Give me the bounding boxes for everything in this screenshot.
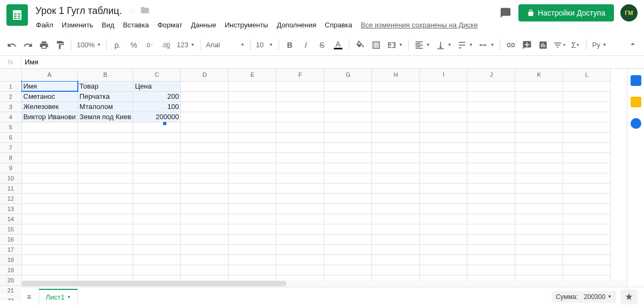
cell-J16[interactable]	[467, 234, 515, 244]
strike-icon[interactable]: S	[314, 38, 330, 53]
cell-K11[interactable]	[515, 183, 563, 193]
cell-B9[interactable]	[78, 163, 133, 173]
cell-G3[interactable]	[324, 101, 372, 112]
cell-D19[interactable]	[181, 265, 229, 275]
cell-K1[interactable]	[515, 81, 563, 91]
cell-H18[interactable]	[372, 254, 420, 265]
cell-B6[interactable]	[78, 132, 133, 142]
cell-C1[interactable]: Цена	[133, 81, 181, 91]
decrease-decimal[interactable]: .0←	[142, 38, 157, 53]
cell-D9[interactable]	[181, 163, 229, 173]
cell-K6[interactable]	[515, 132, 563, 142]
menu-data[interactable]: Данные	[187, 19, 220, 31]
cell-B13[interactable]	[78, 203, 133, 214]
cell-A18[interactable]	[21, 254, 78, 265]
cell-A12[interactable]	[21, 193, 78, 203]
cell-B16[interactable]	[78, 234, 133, 244]
cell-D4[interactable]	[181, 112, 229, 122]
col-header[interactable]: A	[21, 69, 78, 81]
col-header[interactable]: H	[372, 69, 420, 81]
cell-G14[interactable]	[324, 214, 372, 224]
cell-F18[interactable]	[276, 254, 324, 265]
cell-L13[interactable]	[563, 203, 611, 214]
cell-H19[interactable]	[372, 265, 420, 275]
save-status[interactable]: Все изменения сохранены на Диске	[357, 19, 481, 31]
cell-J2[interactable]	[467, 91, 515, 101]
cell-F5[interactable]	[276, 122, 324, 132]
cell-I1[interactable]	[420, 81, 467, 91]
cell-F10[interactable]	[276, 173, 324, 183]
cell-A4[interactable]: Виктор Иванови	[21, 112, 78, 122]
cell-A8[interactable]	[21, 152, 78, 163]
cell-J13[interactable]	[467, 203, 515, 214]
cell-K10[interactable]	[515, 173, 563, 183]
cell-J15[interactable]	[467, 224, 515, 234]
col-header[interactable]: I	[420, 69, 467, 81]
cell-H8[interactable]	[372, 152, 420, 163]
cell-F1[interactable]	[276, 81, 324, 91]
cell-A10[interactable]	[21, 173, 78, 183]
cell-B17[interactable]	[78, 244, 133, 254]
row-header[interactable]: 11	[0, 183, 21, 193]
cell-D7[interactable]	[181, 142, 229, 152]
row-header[interactable]: 3	[0, 101, 21, 112]
move-folder-icon[interactable]	[140, 5, 150, 17]
col-header[interactable]: E	[229, 69, 276, 81]
cell-B15[interactable]	[78, 224, 133, 234]
functions-icon[interactable]: Σ▼	[568, 38, 583, 53]
cell-H9[interactable]	[372, 163, 420, 173]
cell-I16[interactable]	[420, 234, 467, 244]
cell-D16[interactable]	[181, 234, 229, 244]
cell-I8[interactable]	[420, 152, 467, 163]
cell-L16[interactable]	[563, 234, 611, 244]
col-header[interactable]: J	[467, 69, 515, 81]
comments-icon[interactable]	[499, 6, 512, 19]
insert-link-icon[interactable]	[503, 38, 518, 53]
percent-format[interactable]: %	[126, 38, 141, 53]
star-icon[interactable]: ☆	[129, 7, 136, 15]
cell-A3[interactable]: Железовек	[21, 101, 78, 112]
cell-J7[interactable]	[467, 142, 515, 152]
redo-icon[interactable]	[20, 38, 35, 53]
cell-K2[interactable]	[515, 91, 563, 101]
cell-G7[interactable]	[324, 142, 372, 152]
cell-I3[interactable]	[420, 101, 467, 112]
cell-H2[interactable]	[372, 91, 420, 101]
row-header[interactable]: 10	[0, 173, 21, 183]
cell-E11[interactable]	[229, 183, 276, 193]
cell-D6[interactable]	[181, 132, 229, 142]
cell-D15[interactable]	[181, 224, 229, 234]
cell-I18[interactable]	[420, 254, 467, 265]
cell-E16[interactable]	[229, 234, 276, 244]
menu-edit[interactable]: Изменить	[58, 19, 97, 31]
cell-L12[interactable]	[563, 193, 611, 203]
doc-title[interactable]: Урок 1 Гугл таблиц.	[32, 4, 125, 18]
cell-G8[interactable]	[324, 152, 372, 163]
cell-L18[interactable]	[563, 254, 611, 265]
cell-A11[interactable]	[21, 183, 78, 193]
menu-format[interactable]: Формат	[153, 19, 186, 31]
cell-L17[interactable]	[563, 244, 611, 254]
h-align[interactable]: ▼	[412, 38, 433, 53]
row-header[interactable]: 2	[0, 91, 21, 101]
cell-I19[interactable]	[420, 265, 467, 275]
cell-I14[interactable]	[420, 214, 467, 224]
cell-H4[interactable]	[372, 112, 420, 122]
sheet-tab[interactable]: Лист1▼	[39, 289, 78, 304]
cell-C8[interactable]	[133, 152, 181, 163]
cell-B8[interactable]	[78, 152, 133, 163]
horizontal-scrollbar[interactable]	[20, 280, 626, 287]
row-header[interactable]: 13	[0, 203, 21, 214]
cell-I9[interactable]	[420, 163, 467, 173]
cell-L11[interactable]	[563, 183, 611, 193]
cell-H15[interactable]	[372, 224, 420, 234]
row-header[interactable]: 4	[0, 112, 21, 122]
cell-B11[interactable]	[78, 183, 133, 193]
cell-J17[interactable]	[467, 244, 515, 254]
cell-A5[interactable]	[21, 122, 78, 132]
cell-E12[interactable]	[229, 193, 276, 203]
filter-icon[interactable]: ▼	[552, 38, 567, 53]
explore-icon[interactable]	[620, 289, 638, 304]
cell-B5[interactable]	[78, 122, 133, 132]
cell-G1[interactable]	[324, 81, 372, 91]
